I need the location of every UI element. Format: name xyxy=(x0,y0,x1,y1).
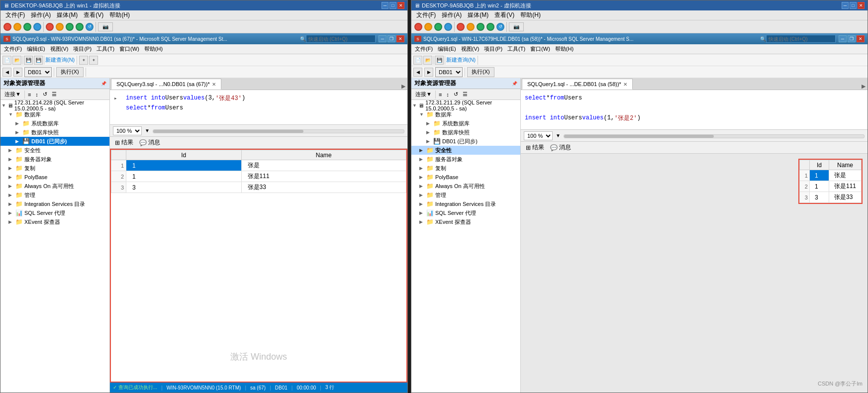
tree-polybase-left[interactable]: ▶ 📁 PolyBase xyxy=(0,173,109,182)
vm-power-red2[interactable] xyxy=(46,23,54,31)
tb-new-left[interactable]: 📄 xyxy=(2,56,11,65)
ssms-search-left[interactable] xyxy=(306,35,376,43)
ssms-search-right[interactable] xyxy=(766,35,836,43)
hscroll-right[interactable] xyxy=(564,134,865,138)
vm-menu-help-right[interactable]: 帮助(H) xyxy=(517,11,544,19)
tree-integration-left[interactable]: ▶ 📁 Integration Services 目录 xyxy=(0,199,109,208)
vm-menu-help-left[interactable]: 帮助(H) xyxy=(106,11,133,19)
vm-btn-snapshot[interactable]: 📷 xyxy=(98,22,113,31)
tree-sqlagent-left[interactable]: ▶ 📊 SQL Server 代理 xyxy=(0,208,109,217)
vm-btn-blue1-r[interactable] xyxy=(444,23,452,31)
oe-filter-btn[interactable]: ≡ xyxy=(26,91,32,98)
vm-menu-media-right[interactable]: 媒体(M) xyxy=(465,11,491,19)
vm-btn-blue1[interactable] xyxy=(33,23,41,31)
vm-power-orange-r[interactable] xyxy=(424,23,432,31)
menu-tools-left[interactable]: 工具(T) xyxy=(94,45,117,53)
tb-saveall-left[interactable]: 💾 xyxy=(34,56,43,65)
tree-server-left[interactable]: ▼ 🖥 172.31.214.228 (SQL Server 15.0.2000… xyxy=(0,101,109,110)
db-select-right[interactable]: DB01 xyxy=(435,67,463,77)
vm-power-orange[interactable] xyxy=(13,23,21,31)
vm-min-btn-right[interactable]: ─ xyxy=(842,2,849,9)
vm-btn-blue2[interactable]: ↺ xyxy=(86,23,94,31)
vm-menu-view-right[interactable]: 查看(V) xyxy=(491,11,517,19)
tb-save-right[interactable]: 💾 xyxy=(435,56,444,65)
tree-replication-right[interactable]: ▶ 📁 复制 xyxy=(411,164,520,173)
vm-close-btn-left[interactable]: ✕ xyxy=(397,2,404,9)
tree-mgmt-right[interactable]: ▶ 📁 管理 xyxy=(411,191,520,199)
tb-btn1[interactable]: + xyxy=(79,56,88,65)
execute-btn-left[interactable]: 执行(X) xyxy=(56,67,84,77)
tb-back-right[interactable]: ◀ xyxy=(413,68,422,77)
oe-sort-btn[interactable]: ↕ xyxy=(34,91,40,98)
ssms-restore-left[interactable]: ❐ xyxy=(387,35,395,42)
tab-scroll-left[interactable]: ▶ xyxy=(401,83,407,90)
tb-newquery-left[interactable]: 新建查询(N) xyxy=(45,56,75,64)
oe-more-btn[interactable]: ☰ xyxy=(50,91,58,98)
vm-btn-green3-r[interactable] xyxy=(486,23,494,31)
vm-menu-view-left[interactable]: 查看(V) xyxy=(81,11,106,19)
query-editor-right[interactable]: select * from Users insert into Users va… xyxy=(521,90,868,130)
menu-help-right[interactable]: 帮助(H) xyxy=(553,45,576,53)
zoom-select-right[interactable]: 100 % xyxy=(524,131,553,140)
cell-id1-right[interactable]: 1 xyxy=(809,170,829,181)
vm-menu-ops-right[interactable]: 操作(A) xyxy=(439,11,465,19)
tab-close-right[interactable]: ✕ xyxy=(623,82,627,87)
menu-project-right[interactable]: 项目(P) xyxy=(482,45,505,53)
tree-sqlagent-right[interactable]: ▶ 📊 SQL Server 代理 xyxy=(411,208,520,217)
zoom-arrow-right[interactable]: ▼ xyxy=(556,133,561,138)
menu-view-right[interactable]: 视图(V) xyxy=(459,45,482,53)
vm-power-green2-r[interactable] xyxy=(477,23,484,31)
messages-tab-right[interactable]: 💬 消息 xyxy=(548,142,573,153)
vm-max-btn-right[interactable]: □ xyxy=(850,2,857,9)
query-editor-left[interactable]: ▸ insert into Users values (3, '张是43' ) … xyxy=(110,90,407,125)
oe-filter-btn-right[interactable]: ≡ xyxy=(437,91,443,98)
vm-power-red2-r[interactable] xyxy=(457,23,465,31)
menu-edit-left[interactable]: 编辑(E) xyxy=(24,45,48,53)
zoom-select-left[interactable]: 100 % xyxy=(113,126,142,135)
vm-menu-file-right[interactable]: 文件(F) xyxy=(413,11,439,19)
tree-sysdb-left[interactable]: ▶ 📁 系统数据库 xyxy=(0,119,109,128)
tree-db01-left[interactable]: ▶ 💾 DB01 (已同步) xyxy=(0,137,109,146)
menu-tools-right[interactable]: 工具(T) xyxy=(505,45,528,53)
ssms-min-right[interactable]: ─ xyxy=(839,35,847,42)
hscroll-left[interactable] xyxy=(153,129,404,133)
tree-serverobj-right[interactable]: ▶ 📁 服务器对象 xyxy=(411,155,520,164)
tree-security-right[interactable]: ▶ 📁 安全性 xyxy=(411,146,520,155)
tree-integration-right[interactable]: ▶ 📁 Integration Services 目录 xyxy=(411,199,520,208)
tree-alwayson-right[interactable]: ▶ 📁 Always On 高可用性 xyxy=(411,182,520,191)
vm-btn-blue2-r[interactable]: ↺ xyxy=(496,23,504,31)
zoom-arrow-left[interactable]: ▼ xyxy=(145,128,150,133)
menu-window-right[interactable]: 窗口(W) xyxy=(528,45,553,53)
menu-project-left[interactable]: 项目(P) xyxy=(71,45,94,53)
vm-btn-green3[interactable] xyxy=(76,23,84,31)
menu-window-left[interactable]: 窗口(W) xyxy=(117,45,142,53)
tree-db01-right[interactable]: ▶ 💾 DB01 (已同步) xyxy=(411,137,520,146)
execute-btn-right[interactable]: 执行(X) xyxy=(467,67,494,77)
tree-mgmt-left[interactable]: ▶ 📁 管理 xyxy=(0,191,109,199)
ssms-min-left[interactable]: ─ xyxy=(379,35,386,42)
query-tab-left[interactable]: SQLQuery3.sql - ...N0.DB01 (sa (67))* ✕ xyxy=(111,79,221,90)
query-tab-right[interactable]: SQLQuery1.sql - ...DE.DB01 (sa (58))* ✕ xyxy=(522,79,633,90)
tb-fwd-left[interactable]: ▶ xyxy=(13,68,22,77)
vm-min-btn-left[interactable]: ─ xyxy=(382,2,388,9)
vm-power-red[interactable] xyxy=(3,23,11,31)
ssms-close-right[interactable]: ✕ xyxy=(857,35,865,42)
messages-tab-left[interactable]: 💬 消息 xyxy=(137,137,162,148)
results-tab-right[interactable]: ⊞ 结果 xyxy=(524,142,546,153)
tab-scroll-right[interactable]: ▶ xyxy=(862,83,868,90)
menu-help-left[interactable]: 帮助(H) xyxy=(142,45,165,53)
oe-sort-btn-right[interactable]: ↕ xyxy=(445,91,451,98)
vm-btn-snapshot-r[interactable]: 📷 xyxy=(509,22,524,31)
ssms-close-left[interactable]: ✕ xyxy=(396,35,404,42)
tb-newquery-right[interactable]: 新建查询(N) xyxy=(446,56,476,64)
tree-server-right[interactable]: ▼ 🖥 172.31.211.29 (SQL Server 15.0.2000.… xyxy=(411,101,520,110)
tree-polybase-right[interactable]: ▶ 📁 PolyBase xyxy=(411,173,520,182)
tree-alwayson-left[interactable]: ▶ 📁 Always On 高可用性 xyxy=(0,182,109,191)
tree-serverobj-left[interactable]: ▶ 📁 服务器对象 xyxy=(0,155,109,164)
vm-max-btn-left[interactable]: □ xyxy=(389,2,396,9)
tree-security-left[interactable]: ▶ 📁 安全性 xyxy=(0,146,109,155)
vm-power-green-r[interactable] xyxy=(434,23,442,31)
menu-edit-right[interactable]: 编辑(E) xyxy=(435,45,459,53)
oe-pin-left[interactable]: 📌 xyxy=(101,81,106,86)
tree-snapshot-left[interactable]: ▶ 📁 数据库快照 xyxy=(0,128,109,137)
